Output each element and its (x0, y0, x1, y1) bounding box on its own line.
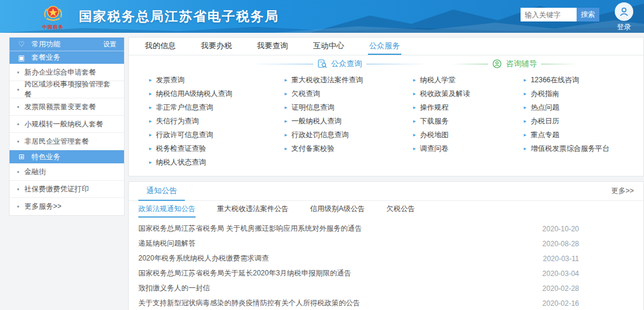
service-link[interactable]: ▸ 发票查询 (149, 73, 284, 87)
service-link[interactable]: ▸ 纳税人状态查询 (149, 156, 284, 169)
arrow-right-icon: ▸ (284, 105, 287, 110)
consult-links-column-1: ▸ 纳税人学堂 ▸ 税收政策及解读 ▸ 操作规程 (413, 73, 524, 169)
news-date: 2020-03-11 (543, 255, 580, 263)
service-link-label: 发票查询 (156, 75, 185, 85)
arrow-right-icon: ▸ (284, 146, 287, 151)
service-link-label: 行政许可信息查询 (156, 130, 213, 140)
news-link[interactable]: 递延纳税问题解答 (138, 238, 196, 249)
service-link[interactable]: ▸ 热点问题 (524, 101, 643, 114)
notice-tab[interactable]: 政策法规通知公告 (138, 201, 196, 218)
service-link[interactable]: ▸ 一般纳税人查询 (284, 114, 413, 128)
consult-person-icon (493, 59, 502, 69)
arrow-right-icon: ▸ (413, 105, 416, 110)
sidebar-item[interactable]: 小规模转一般纳税人套餐 (10, 116, 124, 133)
service-link-label: 操作规程 (420, 103, 448, 113)
document-search-icon (317, 59, 327, 69)
arrow-right-icon: ▸ (524, 78, 527, 83)
service-link-label: 纳税信用A级纳税人查询 (156, 89, 233, 99)
service-link-label: 办税指南 (531, 89, 559, 99)
service-link[interactable]: ▸ 下载服务 (413, 114, 524, 128)
service-link[interactable]: ▸ 调查问卷 (413, 142, 524, 156)
more-link[interactable]: 更多>> (611, 186, 634, 196)
service-link[interactable]: ▸ 税收政策及解读 (413, 87, 524, 101)
service-link[interactable]: ▸ 重点专题 (524, 128, 643, 142)
sidebar-item[interactable]: 非居民企业管理套餐 (10, 133, 124, 150)
main-tab[interactable]: 我要查询 (256, 38, 289, 55)
divider-line (451, 64, 488, 64)
bullet-icon (17, 171, 19, 173)
main-tab[interactable]: 互动中心 (312, 38, 345, 55)
service-link[interactable]: ▸ 12366在线咨询 (524, 73, 643, 87)
sidebar-item[interactable]: 社保费缴费凭证打印 (10, 181, 124, 198)
sidebar-item[interactable]: 跨区域涉税事项报验管理套餐 (10, 81, 124, 98)
service-link[interactable]: ▸ 操作规程 (413, 101, 524, 114)
sidebar-item[interactable]: 金融街 (10, 163, 124, 181)
service-link[interactable]: ▸ 证明信息查询 (284, 101, 413, 114)
bullet-icon (17, 141, 19, 142)
arrow-right-icon: ▸ (284, 132, 287, 138)
service-link[interactable]: ▸ 税务检查证查验 (149, 142, 284, 156)
sidebar-item[interactable]: 发票限额票量变更套餐 (10, 98, 124, 116)
notice-tab[interactable]: 欠税公告 (386, 201, 415, 218)
service-link[interactable]: ▸ 支付备案校验 (284, 142, 413, 156)
search-button[interactable]: 搜索 (577, 8, 599, 21)
sidebar-item[interactable]: 新办企业综合申请套餐 (10, 64, 124, 81)
sidebar-item[interactable]: 更多服务>> (10, 198, 124, 215)
service-link[interactable]: ▸ 纳税人学堂 (413, 73, 524, 87)
news-link[interactable]: 2020年税务系统纳税人办税缴费需求调查 (138, 253, 269, 264)
news-date: 2020-02-28 (543, 284, 579, 293)
section-title: 咨询辅导 (506, 58, 537, 69)
service-link-label: 税务检查证查验 (156, 144, 206, 154)
arrow-right-icon: ▸ (149, 146, 152, 151)
service-link[interactable]: ▸ 纳税信用A级纳税人查询 (149, 87, 284, 101)
service-link[interactable]: ▸ 增值税发票综合服务平台 (524, 142, 643, 156)
service-link[interactable]: ▸ 重大税收违法案件查询 (284, 73, 413, 87)
news-link[interactable]: 关于支持新型冠状病毒感染的肺炎疫情防控有关个人所得税政策的公告 (138, 298, 360, 308)
header: 中国税务 国家税务总局江苏省电子税务局 搜索 登录 (0, 0, 644, 33)
bullet-icon (17, 123, 19, 125)
sidebar-header-special-services[interactable]: ⊞ 特色业务 (10, 150, 124, 163)
service-link[interactable]: ▸ 办税地图 (413, 128, 524, 142)
site-title: 国家税务总局江苏省电子税务局 (79, 8, 279, 26)
sidebar-special-list: 金融街 社保费缴费凭证打印 更多服务>> (10, 163, 124, 215)
main-tab-bar: 我的信息 我要办税 我要查询 互动中心 公众服务 (129, 38, 643, 55)
service-link-label: 非正常户信息查询 (156, 103, 213, 113)
service-link[interactable]: ▸ 办税日历 (524, 114, 643, 128)
emblem-icon (42, 4, 64, 24)
sidebar-header-label: 套餐业务 (32, 52, 60, 63)
sidebar-header-common-functions[interactable]: ♡ 常用功能 设置 (10, 38, 124, 51)
service-link[interactable]: ▸ 失信行为查询 (149, 114, 284, 128)
service-link-label: 办税地图 (420, 130, 448, 140)
notices-title-tab[interactable]: 通知公告 (138, 182, 185, 201)
main-tab[interactable]: 我要办税 (200, 38, 233, 55)
service-link-label: 重大税收违法案件查询 (292, 75, 363, 85)
query-links-column-2: ▸ 重大税收违法案件查询 ▸ 欠税查询 ▸ 证明信息查询 (284, 73, 413, 169)
login-link[interactable]: 登录 (617, 22, 631, 32)
search-input[interactable] (521, 8, 577, 21)
news-date: 2020-02-16 (543, 299, 579, 308)
news-link[interactable]: 致扣缴义务人的一封信 (138, 283, 210, 293)
sidebar-header-package-services[interactable]: ▣ 套餐业务 (10, 51, 124, 64)
service-link[interactable]: ▸ 欠税查询 (284, 87, 413, 101)
service-links-grid: ▸ 发票查询 ▸ 纳税信用A级纳税人查询 ▸ 非正常户信息查询 (129, 72, 643, 176)
service-link-label: 调查问卷 (420, 144, 448, 154)
service-link[interactable]: ▸ 行政许可信息查询 (149, 128, 284, 142)
service-link[interactable]: ▸ 非正常户信息查询 (149, 101, 284, 114)
main-tab[interactable]: 我的信息 (144, 38, 177, 55)
user-avatar-icon[interactable] (615, 2, 633, 21)
main-tab[interactable]: 公众服务 (368, 38, 401, 55)
notice-tab[interactable]: 重大税收违法案件公告 (217, 201, 289, 218)
news-link[interactable]: 国家税务总局江苏省税务局关于延长2020年3月纳税申报期限的通告 (138, 268, 351, 278)
service-link-label: 行政处罚信息查询 (292, 130, 349, 140)
news-link[interactable]: 国家税务总局江苏省税务局 关于机房搬迁影响应用系统对外服务的通告 (138, 224, 362, 234)
service-link-label: 纳税人状态查询 (156, 157, 206, 168)
notice-tab[interactable]: 信用级别A级公告 (310, 201, 365, 218)
service-link[interactable]: ▸ 办税指南 (524, 87, 643, 101)
arrow-right-icon: ▸ (524, 105, 527, 110)
sidebar: ♡ 常用功能 设置 ▣ 套餐业务 新办企业综合申请套餐 跨区域涉税事项报验管理套… (9, 37, 125, 216)
service-link[interactable]: ▸ 行政处罚信息查询 (284, 128, 413, 142)
news-date: 2020-10-20 (543, 225, 579, 233)
service-link-label: 税收政策及解读 (420, 89, 470, 99)
settings-link[interactable]: 设置 (103, 40, 116, 49)
service-link-label: 证明信息查询 (292, 103, 335, 113)
